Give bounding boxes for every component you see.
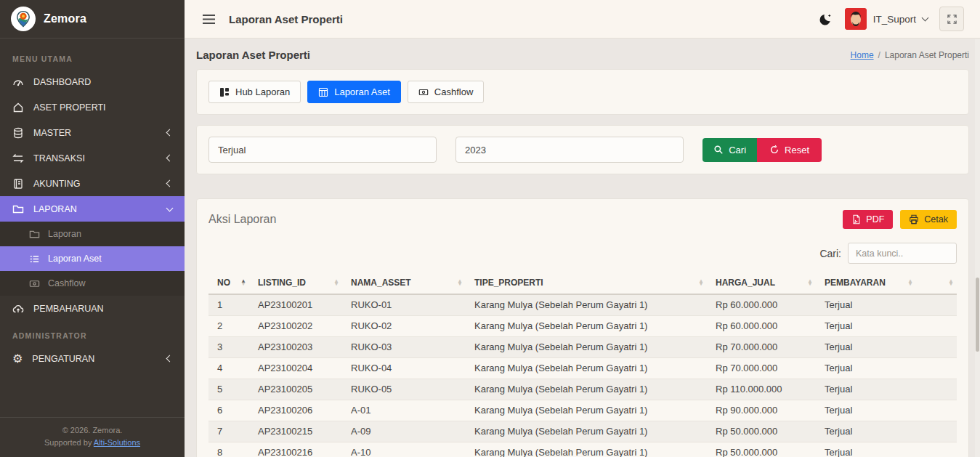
tab-cashflow[interactable]: Cashflow — [408, 81, 484, 103]
cloud-upload-icon — [12, 303, 24, 315]
table-row[interactable]: 7 AP23100215 A-09 Karang Mulya (Sebelah … — [208, 421, 957, 442]
cell-extra — [916, 294, 957, 315]
cell-listing-id: AP23100203 — [249, 336, 342, 357]
sort-icon: ▴▾ — [700, 280, 702, 286]
cell-listing-id: AP23100205 — [249, 379, 342, 400]
cell-no: 3 — [208, 336, 249, 357]
cell-no: 1 — [208, 294, 249, 315]
cash-icon — [29, 278, 40, 289]
sidebar-item-label: DASHBOARD — [33, 77, 91, 87]
hamburger-menu-icon[interactable] — [202, 14, 216, 25]
sort-icon: ▴▾ — [458, 280, 461, 286]
cell-extra — [916, 442, 957, 457]
topbar-right: IT_Suport — [819, 7, 964, 31]
report-table-card: Aksi Laporan PDF Cetak Cari: — [196, 198, 969, 457]
user-menu[interactable]: IT_Suport — [845, 8, 928, 30]
cell-tipe-properti: Karang Mulya (Sebelah Perum Gayatri 1) — [466, 442, 707, 457]
column-header-harga-jual[interactable]: HARGA_JUAL▴▾ — [707, 273, 816, 294]
report-tabs-card: Hub Laporan Laporan Aset Cashflow — [196, 69, 969, 115]
scrollbar-thumb[interactable] — [976, 278, 979, 352]
cell-pembayaran: Terjual — [816, 357, 916, 379]
sort-icon: ▴▾ — [242, 280, 245, 286]
page-content: Laporan Aset Properti Home/Laporan Aset … — [185, 39, 980, 457]
report-head: Aksi Laporan PDF Cetak — [208, 210, 957, 229]
sidebar-subitem-cashflow[interactable]: Cashflow — [0, 271, 185, 296]
cell-harga-jual: Rp 70.000.000 — [707, 336, 816, 357]
cell-extra — [916, 315, 957, 336]
sidebar-item-akunting[interactable]: AKUNTING — [0, 171, 185, 196]
table-search-label: Cari: — [819, 248, 841, 259]
chevron-left-icon — [166, 129, 174, 137]
sidebar-item-pembaharuan[interactable]: PEMBAHARUAN — [0, 296, 185, 321]
cell-extra — [916, 336, 957, 357]
brand[interactable]: Zemora — [0, 0, 185, 39]
table-row[interactable]: 3 AP23100203 RUKO-03 Karang Mulya (Sebel… — [208, 336, 957, 357]
column-header-listing-id[interactable]: LISTING_ID▴▾ — [249, 273, 342, 294]
sidebar-subitem-label: Cashflow — [48, 278, 85, 288]
cell-listing-id: AP23100204 — [249, 357, 342, 379]
tab-laporan-aset[interactable]: Laporan Aset — [307, 81, 401, 103]
sidebar-item-label: ASET PROPERTI — [33, 102, 106, 113]
cell-tipe-properti: Karang Mulya (Sebelah Perum Gayatri 1) — [466, 400, 707, 421]
sidebar-item-label: AKUNTING — [33, 179, 81, 189]
reset-button[interactable]: Reset — [757, 138, 822, 162]
table-row[interactable]: 8 AP23100216 A-10 Karang Mulya (Sebelah … — [208, 442, 957, 457]
table-row[interactable]: 4 AP23100204 RUKO-04 Karang Mulya (Sebel… — [208, 357, 957, 379]
breadcrumb-current: Laporan Aset Properti — [885, 50, 969, 60]
table-row[interactable]: 6 AP23100206 A-01 Karang Mulya (Sebelah … — [208, 400, 957, 421]
sidebar-item-master[interactable]: MASTER — [0, 120, 185, 145]
cetak-button[interactable]: Cetak — [900, 210, 957, 229]
column-header-nama-asset[interactable]: NAMA_ASSET▴▾ — [342, 273, 466, 294]
breadcrumb-home-link[interactable]: Home — [851, 50, 874, 60]
chevron-left-icon — [166, 180, 174, 187]
sidebar-item-pengaturan[interactable]: ⚙ PENGATURAN — [0, 346, 185, 371]
cell-extra — [916, 357, 957, 379]
table-search-input[interactable] — [848, 243, 957, 264]
sidebar-subitem-laporan-aset[interactable]: Laporan Aset — [0, 246, 185, 271]
alti-solutions-link[interactable]: Alti-Solutions — [94, 438, 140, 447]
sidebar: Zemora MENU UTAMA DASHBOARD ASET PROPERT… — [0, 0, 185, 457]
sidebar-subitem-laporan[interactable]: Laporan — [0, 222, 185, 246]
transfer-icon — [12, 153, 24, 164]
pdf-button[interactable]: PDF — [843, 210, 893, 229]
fullscreen-button[interactable] — [939, 7, 964, 31]
user-avatar — [845, 8, 867, 30]
cell-tipe-properti: Karang Mulya (Sebelah Perum Gayatri 1) — [466, 421, 707, 442]
folder-icon — [12, 203, 24, 215]
sidebar-menu: MENU UTAMA DASHBOARD ASET PROPERTI MASTE… — [0, 39, 185, 417]
column-header-extra[interactable]: ▴▾ — [916, 273, 957, 294]
cari-button[interactable]: Cari — [702, 138, 757, 162]
sidebar-item-dashboard[interactable]: DASHBOARD — [0, 69, 185, 94]
table-row[interactable]: 2 AP23100202 RUKO-02 Karang Mulya (Sebel… — [208, 315, 957, 336]
cell-harga-jual: Rp 70.000.000 — [707, 357, 816, 379]
list-icon — [29, 254, 40, 264]
cell-listing-id: AP23100202 — [249, 315, 342, 336]
table-row[interactable]: 5 AP23100205 RUKO-05 Karang Mulya (Sebel… — [208, 379, 957, 400]
year-filter-input[interactable] — [455, 137, 684, 163]
table-row[interactable]: 1 AP23100201 RUKO-01 Karang Mulya (Sebel… — [208, 294, 957, 315]
cell-harga-jual: Rp 50.000.000 — [707, 442, 816, 457]
tab-hub-laporan[interactable]: Hub Laporan — [208, 81, 301, 103]
cell-nama-asset: A-10 — [342, 442, 466, 457]
column-header-no[interactable]: NO▴▾ — [208, 273, 249, 294]
table-header-row: NO▴▾ LISTING_ID▴▾ NAMA_ASSET▴▾ TIPE_PROP… — [208, 273, 957, 294]
cell-no: 4 — [208, 357, 249, 379]
file-pdf-icon — [851, 214, 861, 225]
cell-no: 6 — [208, 400, 249, 421]
cell-no: 5 — [208, 379, 249, 400]
sidebar-item-label: TRANSAKSI — [33, 153, 85, 163]
column-header-pembayaran[interactable]: PEMBAYARAN▴▾ — [816, 273, 916, 294]
cell-harga-jual: Rp 60.000.000 — [707, 294, 816, 315]
status-filter-input[interactable] — [208, 137, 437, 163]
sidebar-item-laporan[interactable]: LAPORAN — [0, 196, 185, 222]
cell-tipe-properti: Karang Mulya (Sebelah Perum Gayatri 1) — [466, 315, 707, 336]
vertical-scrollbar[interactable] — [975, 39, 980, 457]
spreadsheet-icon — [318, 87, 328, 97]
table-search-row: Cari: — [208, 243, 957, 264]
sidebar-item-aset-properti[interactable]: ASET PROPERTI — [0, 94, 185, 120]
column-header-tipe-properti[interactable]: TIPE_PROPERTI▴▾ — [466, 273, 707, 294]
sidebar-item-transaksi[interactable]: TRANSAKSI — [0, 145, 185, 171]
topbar-title: Laporan Aset Properti — [229, 13, 343, 25]
cell-pembayaran: Terjual — [816, 442, 916, 457]
dark-mode-moon-icon[interactable] — [819, 12, 833, 26]
